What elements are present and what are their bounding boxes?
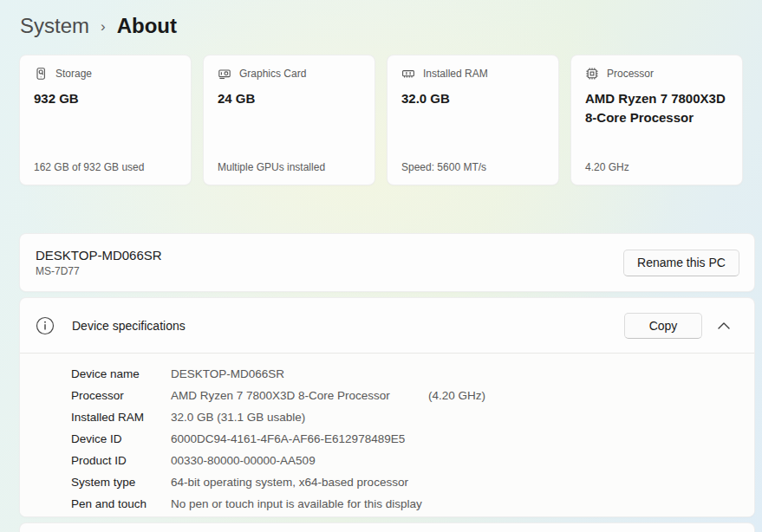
ram-icon [401, 67, 415, 81]
device-specifications-table: Device name DESKTOP-MD066SR Processor AM… [20, 354, 754, 517]
spec-row-installed-ram: Installed RAM 32.0 GB (31.1 GB usable) [71, 406, 754, 428]
storage-card-header: Storage [34, 67, 178, 81]
chevron-up-icon [718, 322, 730, 329]
processor-card: Processor AMD Ryzen 7 7800X3D 8-Core Pro… [570, 55, 743, 185]
spec-value: No pen or touch input is available for t… [171, 493, 422, 515]
card-label: Graphics Card [239, 68, 306, 80]
spec-value: 6000DC94-4161-4F6A-AF66-E612978489E5 [171, 428, 405, 450]
spec-value: 64-bit operating system, x64-based proce… [171, 471, 408, 493]
summary-cards: Storage 932 GB 162 GB of 932 GB used Gra… [19, 55, 743, 185]
copy-button[interactable]: Copy [624, 313, 702, 339]
card-label: Installed RAM [423, 68, 488, 80]
spec-label: Product ID [71, 450, 171, 471]
card-value: 24 GB [218, 89, 361, 108]
breadcrumb-chevron-icon: › [101, 16, 106, 36]
spec-row-pen-and-touch: Pen and touch No pen or touch input is a… [71, 493, 754, 515]
storage-icon [34, 67, 48, 81]
breadcrumb-system-link[interactable]: System [20, 14, 89, 38]
processor-icon [585, 67, 599, 81]
breadcrumb: System › About [0, 0, 762, 42]
spec-row-product-id: Product ID 00330-80000-00000-AA509 [71, 450, 754, 471]
card-caption: 4.20 GHz [585, 161, 729, 173]
card-label: Storage [55, 68, 92, 80]
device-specifications-panel: Device specifications Copy Device name D… [19, 297, 755, 517]
device-specifications-expander[interactable]: Device specifications Copy [20, 298, 754, 353]
device-name: DESKTOP-MD066SR [36, 248, 162, 263]
installed-ram-card: Installed RAM 32.0 GB Speed: 5600 MT/s [387, 55, 559, 185]
rename-pc-button[interactable]: Rename this PC [623, 250, 739, 276]
card-value: 32.0 GB [401, 89, 545, 108]
card-caption: Multiple GPUs installed [218, 161, 361, 173]
collapse-button[interactable] [707, 313, 740, 339]
next-section-card-partial[interactable] [19, 522, 755, 532]
processor-value: AMD Ryzen 7 7800X3D 8-Core Processor [171, 385, 428, 406]
spec-label: Pen and touch [71, 493, 171, 515]
card-value: 932 GB [34, 89, 178, 108]
spec-value: AMD Ryzen 7 7800X3D 8-Core Processor(4.2… [171, 385, 485, 406]
processor-card-header: Processor [585, 67, 729, 81]
device-model: MS-7D77 [36, 265, 162, 277]
spec-value: 32.0 GB (31.1 GB usable) [171, 406, 305, 428]
spec-label: Processor [71, 385, 171, 406]
spec-label: Device ID [71, 428, 171, 450]
gpu-icon [218, 67, 231, 81]
graphics-card-header: Graphics Card [218, 67, 361, 81]
page-title: About [117, 14, 177, 38]
spec-label: Installed RAM [71, 406, 171, 428]
spec-row-system-type: System type 64-bit operating system, x64… [71, 471, 754, 493]
spec-row-device-id: Device ID 6000DC94-4161-4F6A-AF66-E61297… [71, 428, 754, 450]
spec-label: Device name [71, 363, 171, 385]
device-name-panel: DESKTOP-MD066SR MS-7D77 Rename this PC [19, 233, 755, 292]
card-value: AMD Ryzen 7 7800X3D 8-Core Processor [585, 89, 729, 127]
spec-value: 00330-80000-00000-AA509 [171, 450, 316, 471]
spec-value: DESKTOP-MD066SR [171, 363, 284, 385]
info-icon [36, 316, 55, 335]
installed-ram-header: Installed RAM [401, 67, 545, 81]
graphics-card-card: Graphics Card 24 GB Multiple GPUs instal… [203, 55, 375, 185]
device-specifications-title: Device specifications [72, 319, 186, 333]
device-info: DESKTOP-MD066SR MS-7D77 [36, 248, 162, 277]
card-caption: 162 GB of 932 GB used [34, 161, 178, 173]
spec-row-device-name: Device name DESKTOP-MD066SR [71, 363, 754, 385]
card-caption: Speed: 5600 MT/s [401, 161, 545, 173]
spec-row-processor: Processor AMD Ryzen 7 7800X3D 8-Core Pro… [71, 385, 754, 406]
processor-clock: (4.20 GHz) [428, 389, 485, 402]
storage-card: Storage 932 GB 162 GB of 932 GB used [19, 55, 192, 185]
spec-label: System type [71, 471, 171, 493]
card-label: Processor [607, 68, 654, 80]
